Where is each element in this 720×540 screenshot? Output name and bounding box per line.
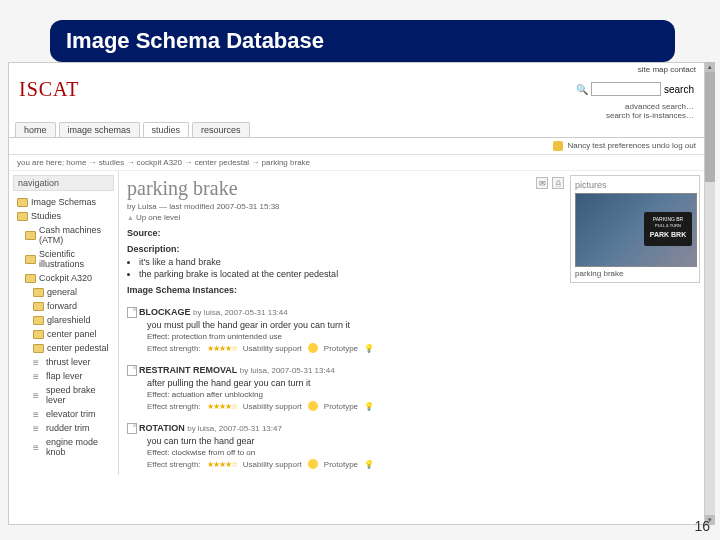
instance-header[interactable]: RESTRAINT REMOVAL by luisa, 2007-05-31 1… (127, 365, 696, 376)
tab-image-schemas[interactable]: image schemas (59, 122, 140, 137)
sidebar-item[interactable]: Cash machines (ATM) (21, 223, 114, 247)
instance-body: after pulling the hand gear you can turn… (147, 378, 696, 388)
bulb-icon: 💡 (364, 344, 374, 353)
sidebar-item[interactable]: thrust lever (29, 355, 114, 369)
picture-caption[interactable]: parking brake (575, 269, 695, 278)
sidebar-item-label: Studies (31, 211, 61, 221)
folder-icon (25, 255, 36, 264)
folder-icon (33, 344, 44, 353)
instance-meta-row: Effect strength:★★★★☆Usability supportPr… (147, 401, 696, 411)
list-icon (33, 391, 43, 400)
instance-body: you can turn the hand gear (147, 436, 696, 446)
breadcrumb[interactable]: you are here: home → studies → cockpit A… (9, 155, 704, 171)
bulb-icon: 💡 (364, 402, 374, 411)
smile-icon (308, 401, 318, 411)
list-icon (33, 358, 43, 367)
search-label[interactable]: search (664, 84, 694, 95)
pictures-panel: pictures PARKING BR PULL & TURN PARK BRK… (570, 175, 700, 283)
list-icon (33, 410, 43, 419)
sidebar-item-label: flap lever (46, 371, 83, 381)
instance-meta-row: Effect strength:★★★★☆Usability supportPr… (147, 459, 696, 469)
page-icon (127, 307, 137, 318)
main-tabs: home image schemas studies resources (9, 122, 704, 138)
browser-frame: site map contact ISCAT 🔍 search advanced… (8, 62, 705, 525)
sidebar-item[interactable]: Studies (13, 209, 114, 223)
sidebar-item[interactable]: flap lever (29, 369, 114, 383)
sidebar-item-label: speed brake lever (46, 385, 112, 405)
stars-icon: ★★★★☆ (207, 460, 237, 469)
instance-header[interactable]: ROTATION by luisa, 2007-05-31 13:47 (127, 423, 696, 434)
sidebar-item[interactable]: center pedestal (29, 341, 114, 355)
scroll-thumb[interactable] (705, 72, 715, 182)
instances-heading: Image Schema Instances: (127, 285, 696, 295)
sidebar-item-label: Cash machines (ATM) (39, 225, 112, 245)
sidebar-item[interactable]: engine mode knob (29, 435, 114, 459)
tab-resources[interactable]: resources (192, 122, 250, 137)
sidebar-item-label: glareshield (47, 315, 91, 325)
search-input[interactable] (591, 82, 661, 96)
list-icon (33, 372, 43, 381)
slide-title: Image Schema Database (66, 28, 324, 54)
sidebar-item-label: Cockpit A320 (39, 273, 92, 283)
stars-icon: ★★★★☆ (207, 344, 237, 353)
sidebar-item[interactable]: Image Schemas (13, 195, 114, 209)
scroll-up-icon[interactable]: ▴ (705, 62, 715, 72)
folder-icon (33, 316, 44, 325)
nav-heading: navigation (13, 175, 114, 191)
slide-number: 16 (694, 518, 710, 534)
user-bar[interactable]: Nancy test preferences undo log out (9, 138, 704, 155)
top-links[interactable]: site map contact (9, 63, 704, 76)
sidebar-item[interactable]: Scientific illustrations (21, 247, 114, 271)
print-icon[interactable]: ⎙ (552, 177, 564, 189)
bulb-icon: 💡 (364, 460, 374, 469)
instance-body: you must pull the hand gear in order you… (147, 320, 696, 330)
picture-thumbnail[interactable]: PARKING BR PULL & TURN PARK BRK (575, 193, 697, 267)
search-sublinks[interactable]: advanced search… search for is-instances… (9, 102, 704, 122)
sidebar-item[interactable]: general (29, 285, 114, 299)
sidebar-item-label: Scientific illustrations (39, 249, 112, 269)
search-icon: 🔍 (576, 84, 588, 95)
smile-icon (308, 459, 318, 469)
sidebar-item-label: general (47, 287, 77, 297)
instance-effect: Effect: clockwise from off to on (147, 448, 696, 457)
sidebar-item-label: Image Schemas (31, 197, 96, 207)
sidebar-item[interactable]: Cockpit A320 (21, 271, 114, 285)
action-icons[interactable]: ✉ ⎙ (536, 177, 564, 189)
sidebar-item-label: engine mode knob (46, 437, 112, 457)
tab-studies[interactable]: studies (143, 122, 190, 137)
pictures-heading: pictures (575, 180, 695, 190)
sidebar-item-label: center panel (47, 329, 97, 339)
sidebar-item-label: thrust lever (46, 357, 91, 367)
sidebar-item[interactable]: forward (29, 299, 114, 313)
page-icon (127, 423, 137, 434)
send-icon[interactable]: ✉ (536, 177, 548, 189)
sidebar-item-label: elevator trim (46, 409, 96, 419)
sidebar: navigation Image SchemasStudiesCash mach… (9, 171, 119, 475)
folder-icon (33, 330, 44, 339)
schema-instance: BLOCKAGE by luisa, 2007-05-31 13:44you m… (127, 303, 696, 353)
stars-icon: ★★★★☆ (207, 402, 237, 411)
sidebar-item[interactable]: rudder trim (29, 421, 114, 435)
sidebar-item[interactable]: speed brake lever (29, 383, 114, 407)
list-icon (33, 424, 43, 433)
instance-effect: Effect: actuation after unblocking (147, 390, 696, 399)
sidebar-item[interactable]: elevator trim (29, 407, 114, 421)
folder-icon (33, 302, 44, 311)
list-icon (33, 443, 43, 452)
site-logo[interactable]: ISCAT (19, 78, 80, 101)
sidebar-item[interactable]: glareshield (29, 313, 114, 327)
folder-icon (25, 231, 36, 240)
tab-home[interactable]: home (15, 122, 56, 137)
instance-header[interactable]: BLOCKAGE by luisa, 2007-05-31 13:44 (127, 307, 696, 318)
sidebar-item[interactable]: center panel (29, 327, 114, 341)
sidebar-item-label: center pedestal (47, 343, 109, 353)
folder-icon (33, 288, 44, 297)
content-area: ✉ ⎙ pictures PARKING BR PULL & TURN PARK… (119, 171, 704, 475)
folder-icon (17, 198, 28, 207)
slide-title-bar: Image Schema Database (50, 20, 675, 62)
page-icon (127, 365, 137, 376)
picture-placard: PARKING BR PULL & TURN PARK BRK (644, 212, 692, 246)
user-links[interactable]: Nancy test preferences undo log out (567, 141, 696, 150)
sidebar-item-label: forward (47, 301, 77, 311)
scrollbar[interactable]: ▴ ▾ (705, 62, 715, 525)
